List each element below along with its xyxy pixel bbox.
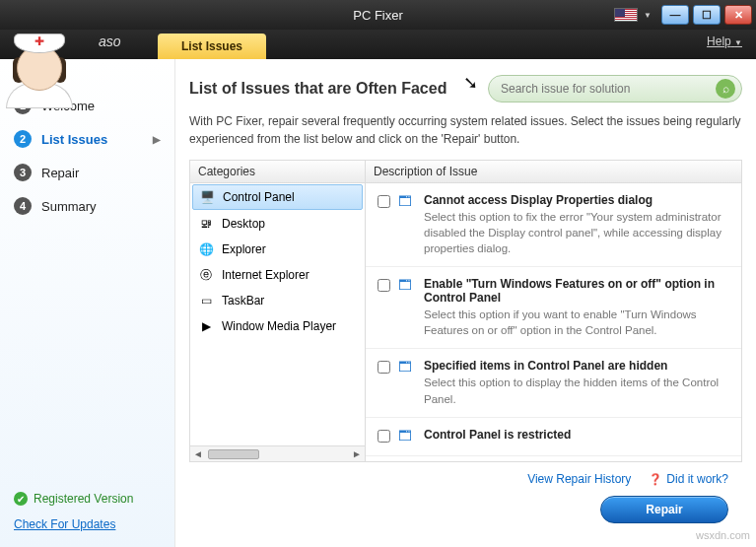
registered-badge: Registered Version <box>14 492 161 506</box>
step-repair[interactable]: 3 Repair <box>0 156 174 189</box>
intro-text: With PC Fixer, repair several frequently… <box>189 112 742 148</box>
content-header: List of Issues that are Often Faced ➘ ⌕ <box>189 75 742 103</box>
step-label: List Issues <box>41 132 107 147</box>
window-controls: ▼ — ☐ ✕ <box>614 5 756 25</box>
category-label: Window Media Player <box>222 319 336 333</box>
step-summary[interactable]: 4 Summary <box>0 189 174 223</box>
tab-list-issues[interactable]: List Issues <box>158 34 266 59</box>
language-flag-icon[interactable] <box>614 8 638 22</box>
issues-list[interactable]: 🗔Cannot access Display Properties dialog… <box>366 183 741 461</box>
issue-title: Specified items in Control Panel are hid… <box>424 359 729 373</box>
check-updates-link[interactable]: Check For Updates <box>14 517 161 531</box>
title-bar: PC Fixer ▼ — ☐ ✕ <box>0 0 756 30</box>
category-label: Desktop <box>222 217 265 231</box>
category-item[interactable]: 🌐Explorer <box>190 237 365 262</box>
categories-list: 🖥️Control Panel🖳Desktop🌐ExplorerⓔInterne… <box>190 183 365 445</box>
issue-item: 🗔Control Panel is restricted <box>366 418 741 456</box>
category-item[interactable]: ▶Window Media Player <box>190 313 365 339</box>
help-link[interactable]: Help ▼ <box>707 34 756 54</box>
wizard-sidebar: 1 Welcome 2 List Issues ▶ 3 Repair 4 Sum… <box>0 59 175 547</box>
category-icon: ▭ <box>198 293 214 308</box>
category-item[interactable]: ▭TaskBar <box>190 288 365 313</box>
issue-item: 🗔Enable "Turn Windows Features on or off… <box>366 267 741 349</box>
content-footer: View Repair History Did it work? <box>189 462 742 490</box>
sidebar-footer: Registered Version Check For Updates <box>0 482 174 547</box>
repair-button[interactable]: Repair <box>600 496 728 523</box>
category-icon: 🌐 <box>198 241 214 257</box>
chevron-down-icon: ▼ <box>734 38 742 47</box>
issue-checkbox[interactable] <box>378 195 390 208</box>
issue-item: 🗔Cannot access Display Properties dialog… <box>366 183 741 267</box>
category-label: Control Panel <box>223 190 295 204</box>
scroll-left-icon[interactable]: ◄ <box>190 448 206 459</box>
pointer-arrow-icon: ➘ <box>463 72 478 94</box>
category-label: TaskBar <box>222 294 264 308</box>
action-row: Repair <box>189 490 742 535</box>
step-label: Repair <box>41 166 79 180</box>
issue-desc: Select this option if you want to enable… <box>424 307 729 338</box>
issue-title: Control Panel is restricted <box>424 428 729 442</box>
category-label: Internet Explorer <box>222 268 309 282</box>
view-history-link[interactable]: View Repair History <box>527 472 631 486</box>
minimize-button[interactable]: — <box>661 5 689 25</box>
window-title: PC Fixer <box>353 8 403 23</box>
category-label: Explorer <box>222 242 266 256</box>
chevron-right-icon: ▶ <box>153 134 161 145</box>
category-item[interactable]: 🖳Desktop <box>190 211 365 237</box>
search-box[interactable]: ⌕ <box>488 75 742 103</box>
close-button[interactable]: ✕ <box>724 5 752 25</box>
issue-checkbox[interactable] <box>378 279 390 292</box>
step-label: Summary <box>41 199 97 214</box>
issue-icon: 🗔 <box>398 277 416 295</box>
category-icon: ▶ <box>198 318 214 334</box>
category-item[interactable]: ⓔInternet Explorer <box>190 262 365 288</box>
issue-desc: Select this option to fix the error "You… <box>424 209 729 256</box>
search-icon[interactable]: ⌕ <box>716 79 735 99</box>
tab-strip: aso List Issues Help ▼ <box>0 30 756 59</box>
scroll-thumb[interactable] <box>208 449 259 459</box>
categories-header: Categories <box>190 161 365 183</box>
category-icon: 🖳 <box>198 216 214 232</box>
brand-label: aso <box>99 34 121 49</box>
did-it-work-link[interactable]: Did it work? <box>649 472 728 486</box>
page-heading: List of Issues that are Often Faced <box>189 80 447 98</box>
issue-checkbox[interactable] <box>378 430 390 443</box>
category-icon: ⓔ <box>198 267 214 283</box>
issues-header: Description of Issue <box>366 161 741 183</box>
issue-checkbox[interactable] <box>378 361 390 374</box>
search-input[interactable] <box>501 82 716 96</box>
issue-title: Enable "Turn Windows Features on or off"… <box>424 277 729 305</box>
categories-scrollbar[interactable]: ◄ ► <box>190 445 365 461</box>
main-row: 1 Welcome 2 List Issues ▶ 3 Repair 4 Sum… <box>0 59 756 547</box>
content-area: List of Issues that are Often Faced ➘ ⌕ … <box>175 59 756 547</box>
app-window: PC Fixer ▼ — ☐ ✕ aso List Issues Help ▼ … <box>0 0 756 547</box>
step-list-issues[interactable]: 2 List Issues ▶ <box>0 122 174 156</box>
issues-panel: Description of Issue 🗔Cannot access Disp… <box>366 161 741 461</box>
issue-icon: 🗔 <box>398 428 416 445</box>
panels: Categories 🖥️Control Panel🖳Desktop🌐Explo… <box>189 160 742 462</box>
issue-desc: Select this option to display the hidden… <box>424 375 729 406</box>
category-icon: 🖥️ <box>199 189 215 205</box>
issue-icon: 🗔 <box>398 359 416 376</box>
language-dropdown-icon[interactable]: ▼ <box>644 11 652 20</box>
issue-icon: 🗔 <box>398 193 416 211</box>
issue-item: 🗔Specified items in Control Panel are hi… <box>366 349 741 417</box>
issue-title: Cannot access Display Properties dialog <box>424 193 729 207</box>
categories-panel: Categories 🖥️Control Panel🖳Desktop🌐Explo… <box>190 161 366 461</box>
app-avatar <box>6 32 73 99</box>
maximize-button[interactable]: ☐ <box>693 5 721 25</box>
scroll-right-icon[interactable]: ► <box>349 448 365 459</box>
watermark: wsxdn.com <box>696 529 750 541</box>
category-item[interactable]: 🖥️Control Panel <box>192 184 363 210</box>
